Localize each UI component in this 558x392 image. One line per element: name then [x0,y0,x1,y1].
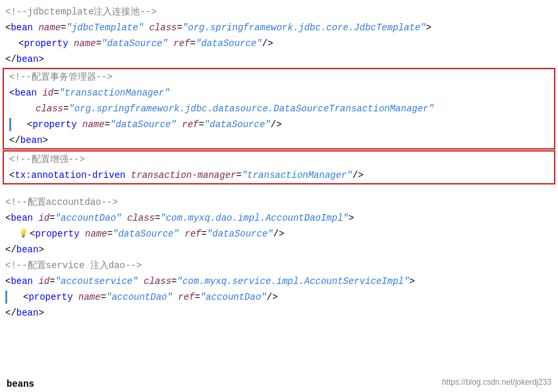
code-line: class="org.springframework.jdbc.datasour… [4,101,554,117]
code-line: </bean> [4,132,554,148]
code-line: </bean> [0,51,558,67]
bulb-icon: 💡 [18,227,28,241]
red-box-transaction: <!--配置事务管理器--><bean id="transactionManag… [3,68,555,150]
comment-line: <!--配置service 注入dao--> [0,258,558,273]
bottom-beans-label: beans [3,378,38,391]
code-area: <!--jdbctemplate注入连接池--><bean name="jdbc… [0,0,558,392]
comment-line: <!--配置accountdao--> [0,194,558,210]
comment-line: <!--配置增强--> [4,152,554,167]
watermark: https://blog.csdn.net/jokerdj233 [442,378,551,387]
code-line: <bean id="accountDao" class="com.myxq.da… [0,210,558,226]
code-line: <bean id="transactionManager" [4,85,554,101]
comment-line: <!--jdbctemplate注入连接池--> [0,4,558,20]
code-line: <property name="dataSource" ref="dataSou… [4,117,554,132]
comment-line: <!--配置事务管理器--> [4,69,554,85]
code-line: <bean name="jdbcTemplate" class="org.spr… [0,20,558,36]
code-line: <property name="accountDao" ref="account… [0,289,558,305]
code-line: <property name="dataSource" ref="dataSou… [0,36,558,51]
code-line: </bean> [0,305,558,321]
red-box-enhance: <!--配置增强--><tx:annotation-driven transac… [3,150,555,184]
code-line: <tx:annotation-driven transaction-manage… [4,167,554,183]
code-line: <bean id="accoutservice" class="com.myxq… [0,273,558,289]
code-line: </bean> [0,242,558,258]
code-line: 💡<property name="dataSource" ref="dataSo… [0,226,558,242]
